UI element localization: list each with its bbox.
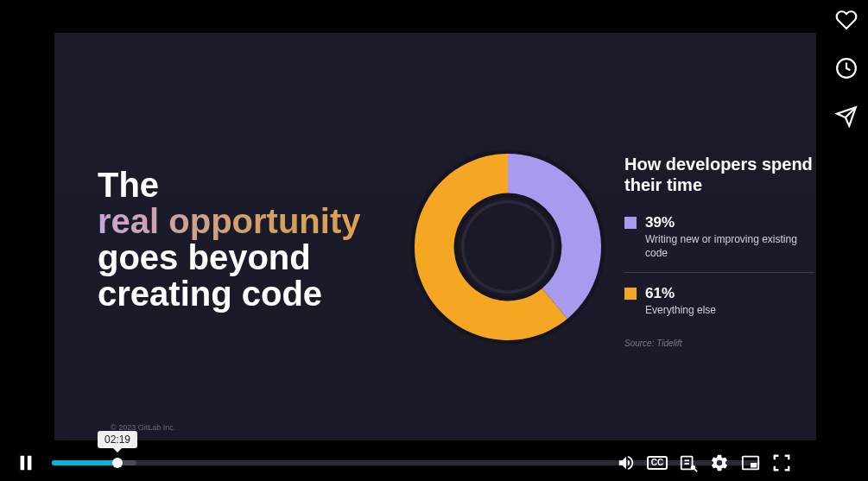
legend-text: 39%Writing new or improving existing cod… [645, 214, 814, 260]
legend-description: Everything else [645, 304, 716, 318]
legend-description: Writing new or improving existing code [645, 233, 814, 260]
side-actions [833, 7, 859, 130]
pause-icon [16, 453, 35, 472]
legend-percent: 61% [645, 285, 716, 302]
pip-icon [741, 453, 760, 472]
tooltip-time: 02:19 [105, 434, 130, 446]
chart-legend: How developers spend their time 39%Writi… [624, 154, 814, 348]
send-icon [835, 105, 858, 128]
legend-swatch [624, 217, 637, 229]
share-button[interactable] [833, 104, 859, 130]
headline-part3: goes beyond [98, 238, 311, 276]
heart-icon [835, 9, 858, 31]
legend-source: Source: Tidelift [624, 339, 814, 348]
svg-rect-5 [21, 456, 25, 471]
legend-percent: 39% [645, 214, 814, 231]
progress-played [52, 460, 117, 465]
cc-icon: CC [647, 456, 668, 470]
headline-part1: The [98, 166, 159, 204]
progress-thumb[interactable] [112, 458, 123, 468]
settings-button[interactable] [709, 453, 730, 473]
legend-title: How developers spend their time [624, 154, 814, 195]
volume-icon [617, 453, 636, 472]
fullscreen-button[interactable] [771, 453, 792, 473]
volume-button[interactable] [616, 453, 637, 473]
presentation-slide: The real opportunity goes beyond creatin… [54, 33, 816, 440]
headline-part4: creating code [98, 275, 322, 313]
svg-line-11 [694, 469, 697, 472]
transcript-button[interactable] [678, 453, 699, 473]
svg-rect-13 [751, 463, 757, 468]
legend-item: 39%Writing new or improving existing cod… [624, 214, 814, 260]
watch-later-button[interactable] [833, 55, 859, 81]
transcript-icon [679, 453, 698, 472]
legend-swatch [624, 288, 637, 300]
gear-icon [710, 453, 729, 472]
fullscreen-icon [772, 453, 791, 472]
video-viewport: The real opportunity goes beyond creatin… [0, 0, 816, 445]
captions-button[interactable]: CC [647, 453, 668, 473]
donut-chart [404, 143, 611, 351]
legend-item: 61%Everything else [624, 285, 814, 318]
clock-icon [835, 57, 858, 79]
svg-rect-6 [28, 456, 32, 471]
slide-headline: The real opportunity goes beyond creatin… [98, 167, 409, 312]
like-button[interactable] [833, 7, 859, 33]
legend-separator [624, 272, 814, 273]
pause-button[interactable] [0, 445, 52, 481]
legend-text: 61%Everything else [645, 285, 716, 318]
headline-highlight: real opportunity [98, 202, 360, 240]
pip-button[interactable] [740, 453, 761, 473]
donut-svg [404, 143, 611, 351]
progress-tooltip: 02:19 [98, 431, 137, 448]
player-controls-right: CC [616, 445, 792, 481]
svg-point-3 [465, 204, 552, 291]
